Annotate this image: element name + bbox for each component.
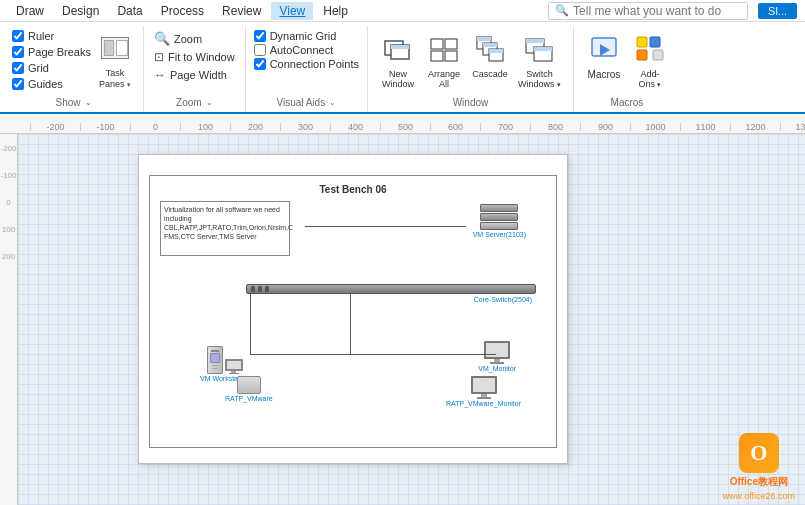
ruler-ticks: -200 -100 0 100 200 300 400 500 600 700 … [0,117,805,131]
ratp-vmware-monitor-group: RATP_VMware_Monitor [446,376,521,407]
ruler-checkbox[interactable]: Ruler [12,30,91,42]
ribbon-group-window: NewWindow ArrangeAll [368,26,574,112]
vm-server-group: VM Server(2103) [473,204,526,238]
window-group-label: Window [376,95,565,112]
ribbon-group-visual-aids: Dynamic Grid AutoConnect Connection Poin… [246,26,368,112]
search-icon: 🔍 [555,4,569,17]
ruler-tick: 1200 [730,123,780,131]
autoconnect-label: AutoConnect [270,44,334,56]
menu-review[interactable]: Review [214,2,269,20]
core-switch-icon [246,284,536,294]
ruler-tick: 800 [530,123,580,131]
svg-rect-19 [637,37,647,47]
guides-checkbox[interactable]: Guides [12,78,91,90]
connection-points-checkbox[interactable]: Connection Points [254,58,359,70]
visual-aids-expand-icon[interactable]: ⌄ [329,98,336,107]
side-ruler-tick: -200 [0,144,16,153]
side-ruler: -200 -100 0 100 200 [0,134,18,505]
svg-rect-2 [391,45,409,49]
ruler-tick: 500 [380,123,430,131]
menu-process[interactable]: Process [153,2,212,20]
diagram-container: Test Bench 06 Virtualization for all sof… [149,175,557,448]
menu-design[interactable]: Design [54,2,107,20]
ratp-vmware-label: RATP_VMware [225,395,273,402]
menu-draw[interactable]: Draw [8,2,52,20]
task-panes-button[interactable]: TaskPanes ▾ [95,26,135,94]
zoom-button[interactable]: 🔍 Zoom [152,30,237,47]
zoom-icon: 🔍 [154,31,170,46]
new-window-icon [380,32,416,68]
switch-windows-button[interactable]: SwitchWindows ▾ [514,30,565,91]
grid-checkbox[interactable]: Grid [12,62,91,74]
page-breaks-checkbox-input[interactable] [12,46,24,58]
cascade-label: Cascade [472,69,508,79]
main-area: -200 -100 0 100 200 300 400 500 600 700 … [0,114,805,505]
fit-to-window-label: Fit to Window [168,51,235,63]
ruler-tick: -100 [80,123,130,131]
conn-h-line2 [250,354,496,355]
menu-bar: Draw Design Data Process Review View Hel… [0,0,805,22]
connection-points-input[interactable] [254,58,266,70]
conn-v-line2 [350,294,351,354]
svg-rect-8 [477,37,491,41]
fit-to-window-button[interactable]: ⊡ Fit to Window [152,49,237,65]
core-switch-group: Core-Switch(2504) [170,284,536,303]
ruler-tick: 600 [430,123,480,131]
vm-monitor-group: VM_Monitor [478,341,516,372]
autoconnect-checkbox[interactable]: AutoConnect [254,44,359,56]
page-breaks-checkbox[interactable]: Page Breaks [12,46,91,58]
zoom-expand-icon[interactable]: ⌄ [206,98,213,107]
ruler-tick: 900 [580,123,630,131]
visual-aids-checkboxes: Dynamic Grid AutoConnect Connection Poin… [254,26,359,74]
share-button[interactable]: Sl... [758,3,797,19]
menu-view[interactable]: View [271,2,313,20]
guides-checkbox-input[interactable] [12,78,24,90]
ruler-tick: 0 [130,123,180,131]
task-panes-label: TaskPanes ▾ [99,68,131,90]
macros-button[interactable]: Macros [582,30,626,82]
new-window-button[interactable]: NewWindow [376,30,420,91]
conn-v-line1 [250,294,251,354]
arrange-all-icon [426,32,462,68]
menu-help[interactable]: Help [315,2,356,20]
page-breaks-label: Page Breaks [28,46,91,58]
dynamic-grid-input[interactable] [254,30,266,42]
macros-label: Macros [588,69,621,80]
ruler-tick: 1300 [780,123,805,131]
macros-icon [586,32,622,68]
zoom-label: Zoom [174,33,202,45]
dynamic-grid-checkbox[interactable]: Dynamic Grid [254,30,359,42]
side-ruler-tick: 100 [2,225,15,234]
side-ruler-tick: -100 [0,171,16,180]
core-switch-label: Core-Switch(2504) [474,296,532,303]
ratp-vmware-group: RATP_VMware [225,376,273,402]
grid-checkbox-input[interactable] [12,62,24,74]
ruler-checkbox-input[interactable] [12,30,24,42]
zoom-items: 🔍 Zoom ⊡ Fit to Window ↔ Page Width [152,26,237,87]
ribbon: Ruler Page Breaks Grid Guides [0,22,805,114]
diagram-title: Test Bench 06 [319,184,386,195]
arrange-all-button[interactable]: ArrangeAll [422,30,466,91]
ruler-bar: -200 -100 0 100 200 300 400 500 600 700 … [0,114,805,134]
canvas-wrapper: -200 -100 0 100 200 Test Bench 06 Virtua… [0,134,805,505]
show-expand-icon[interactable]: ⌄ [85,98,92,107]
canvas-area[interactable]: Test Bench 06 Virtualization for all sof… [18,134,805,505]
vm-workstation-icon [207,346,243,374]
switch-windows-icon [521,32,557,68]
ratp-vmware-icon [237,376,261,394]
ribbon-group-macros: Macros Add-Ons ▾ Macros [574,26,680,112]
cascade-icon [472,32,508,68]
office-watermark: O Office教程网 www.office26.com [723,433,795,501]
ruler-tick: 1100 [680,123,730,131]
switch-windows-label: SwitchWindows ▾ [518,69,561,89]
autoconnect-input[interactable] [254,44,266,56]
show-group-label: Show ⌄ [12,95,135,112]
search-input[interactable] [573,4,741,18]
search-bar: 🔍 [548,2,748,20]
menu-data[interactable]: Data [109,2,150,20]
svg-rect-22 [653,50,663,60]
office-url: www.office26.com [723,491,795,501]
add-ons-button[interactable]: Add-Ons ▾ [628,30,672,91]
cascade-button[interactable]: Cascade [468,30,512,81]
page-width-button[interactable]: ↔ Page Width [152,67,237,83]
